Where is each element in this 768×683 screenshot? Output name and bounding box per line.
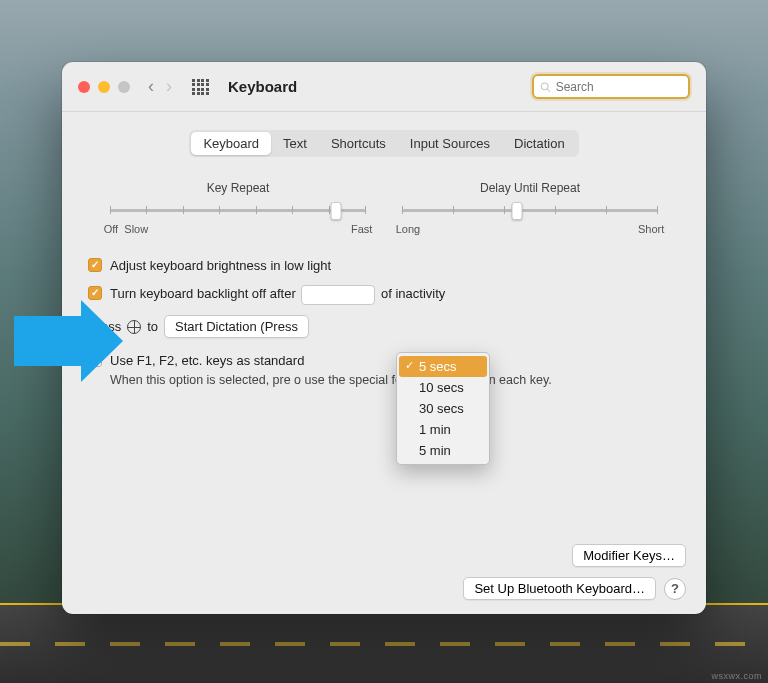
label-brightness: Adjust keyboard brightness in low light [110,257,680,275]
menu-item-5-secs[interactable]: 5 secs [399,356,487,377]
backlight-timeout-menu: 5 secs 10 secs 30 secs 1 min 5 min [396,352,490,465]
modifier-keys-button[interactable]: Modifier Keys… [572,544,686,567]
search-field[interactable] [532,74,690,99]
search-icon [540,81,551,93]
menu-item-30-secs[interactable]: 30 secs [397,398,489,419]
tab-text[interactable]: Text [271,132,319,155]
backlight-timeout-dropdown[interactable] [301,285,375,305]
fn-keys-sub: When this option is selected, pre o use … [110,372,680,390]
press-to: to [147,319,158,334]
titlebar: ‹ › Keyboard [62,62,706,112]
fn-keys-label: Use F1, F2, etc. keys as standard [110,352,680,370]
delay-repeat-label: Delay Until Repeat [396,181,665,195]
forward-button[interactable]: › [166,76,172,97]
search-input[interactable] [556,80,682,94]
checkbox-backlight[interactable] [88,286,102,300]
tab-bar: Keyboard Text Shortcuts Input Sources Di… [189,130,578,157]
arrow-callout [14,300,124,382]
key-repeat-group: Key Repeat Off Slow Fast [104,181,373,235]
watermark: wsxwx.com [711,671,762,681]
show-all-icon[interactable] [192,79,208,95]
delay-repeat-group: Delay Until Repeat Long Short [396,181,665,235]
tab-dictation[interactable]: Dictation [502,132,577,155]
backlight-prefix: Turn keyboard backlight off after [110,287,296,302]
traffic-lights [78,81,130,93]
close-icon[interactable] [78,81,90,93]
menu-item-5-min[interactable]: 5 min [397,440,489,461]
checkbox-brightness[interactable] [88,258,102,272]
key-repeat-label: Key Repeat [104,181,373,195]
backlight-suffix: of inactivity [381,287,445,302]
delay-repeat-slider[interactable] [402,201,659,219]
help-button[interactable]: ? [664,578,686,600]
dictation-shortcut-button[interactable]: Start Dictation (Press [164,315,309,338]
tab-shortcuts[interactable]: Shortcuts [319,132,398,155]
zoom-icon[interactable] [118,81,130,93]
tab-keyboard[interactable]: Keyboard [191,132,271,155]
minimize-icon[interactable] [98,81,110,93]
preferences-window: ‹ › Keyboard Keyboard Text Shortcuts Inp… [62,62,706,614]
menu-item-1-min[interactable]: 1 min [397,419,489,440]
window-title: Keyboard [228,78,297,95]
svg-point-0 [541,82,548,89]
key-repeat-slider[interactable] [110,201,367,219]
svg-line-1 [547,89,550,92]
menu-item-10-secs[interactable]: 10 secs [397,377,489,398]
globe-icon [127,320,141,334]
back-button[interactable]: ‹ [148,76,154,97]
bluetooth-keyboard-button[interactable]: Set Up Bluetooth Keyboard… [463,577,656,600]
tab-input-sources[interactable]: Input Sources [398,132,502,155]
